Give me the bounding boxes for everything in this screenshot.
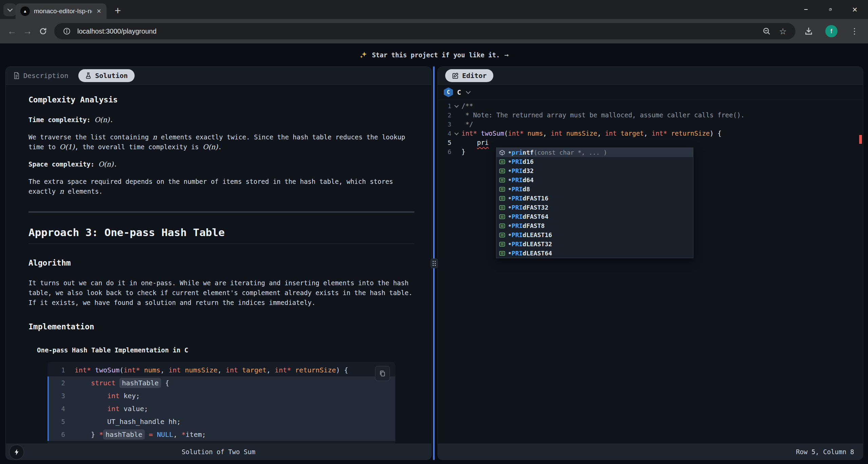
symbol-macro-icon <box>499 232 505 238</box>
suggest-list: •printf(const char *, ... ) •PRId16 •PRI… <box>496 148 693 258</box>
symbol-macro-icon <box>499 223 505 229</box>
forward-button[interactable]: → <box>20 23 35 39</box>
suggest-item[interactable]: •PRIdLEAST64 <box>496 249 693 258</box>
browser-toolbar: ← → localhost:3000/playground ☆ f ⋮ <box>0 19 868 43</box>
tab-editor[interactable]: Editor <box>445 69 493 82</box>
tab-solution-label: Solution <box>95 72 127 80</box>
line-number: 4 <box>47 402 75 415</box>
chevron-down-icon <box>7 6 13 12</box>
tab-editor-label: Editor <box>462 72 487 80</box>
line-number: 3 <box>47 389 75 402</box>
code-line: 2 struct hashTable { <box>47 376 395 389</box>
suggest-item[interactable]: •PRId16 <box>496 157 693 166</box>
code-line: 5 UT_hash_handle hh; <box>47 415 395 428</box>
line-number: 5 <box>438 138 451 147</box>
flask-icon <box>85 72 92 79</box>
suggest-item[interactable]: •PRIdFAST32 <box>496 203 693 212</box>
symbol-macro-icon <box>499 159 505 165</box>
window-close-button[interactable]: × <box>851 6 859 13</box>
fold-chevron-icon[interactable] <box>454 103 459 108</box>
line-number: 2 <box>438 111 451 120</box>
cursor-position-text: Row 5, Column 8 <box>796 448 854 456</box>
suggest-item[interactable]: •PRIdLEAST32 <box>496 239 693 249</box>
suggest-item[interactable]: •PRIdLEAST16 <box>496 230 693 239</box>
extra-space-paragraph: The extra space required depends on the … <box>28 177 414 196</box>
code-line: 7 <box>47 441 395 444</box>
downloads-icon[interactable] <box>803 25 814 37</box>
symbol-macro-icon <box>499 168 505 174</box>
suggest-item[interactable]: •PRIdFAST64 <box>496 212 693 221</box>
approach-heading: Approach 3: One-pass Hash Table <box>28 228 414 244</box>
c-language-icon: C <box>444 88 453 97</box>
editor-line[interactable]: 5 pri <box>438 138 863 147</box>
copy-code-button[interactable] <box>375 366 390 381</box>
language-selector[interactable]: C C <box>438 85 863 100</box>
reload-icon <box>39 27 47 35</box>
close-tab-icon[interactable]: × <box>96 7 102 15</box>
editor-line[interactable]: 1/** <box>438 101 863 111</box>
line-number: 4 <box>438 129 451 138</box>
symbol-macro-icon <box>499 241 505 247</box>
symbol-macro-icon <box>499 250 505 256</box>
minimize-icon <box>804 9 808 10</box>
browser-menu-icon[interactable]: ⋮ <box>848 26 861 36</box>
reload-button[interactable] <box>35 23 51 39</box>
code-line: 4 int value; <box>47 402 395 415</box>
window-minimize-button[interactable] <box>802 6 810 13</box>
code-block-caption: One-pass Hash Table Implementation in C <box>37 345 414 355</box>
space-complexity-paragraph: Space complexity: O(n). <box>28 159 414 169</box>
window-controls: × <box>802 0 868 19</box>
language-label: C <box>457 88 461 96</box>
banner-arrow-icon: → <box>504 51 509 59</box>
suggest-item[interactable]: •PRId64 <box>496 175 693 185</box>
editor-line[interactable]: 4int* twoSum(int* nums, int numsSize, in… <box>438 129 863 138</box>
window-restore-button[interactable] <box>827 6 834 13</box>
window-close-icon: × <box>852 4 857 15</box>
editor-line[interactable]: 2 * Note: The returned array must be mal… <box>438 111 863 120</box>
bookmark-star-icon[interactable]: ☆ <box>777 25 789 37</box>
back-button[interactable]: ← <box>4 23 20 39</box>
symbol-macro-icon <box>499 177 505 183</box>
algorithm-paragraph: It turns out we can do it in one-pass. W… <box>28 278 414 308</box>
algorithm-heading: Algorithm <box>28 258 414 268</box>
playground-page: Star this project if you like it. → Desc… <box>0 43 868 464</box>
bolt-badge <box>9 445 24 460</box>
suggest-item[interactable]: •PRId32 <box>496 166 693 175</box>
monaco-editor[interactable]: 1/**2 * Note: The returned array must be… <box>438 100 863 444</box>
edit-pencil-icon <box>452 72 459 79</box>
profile-avatar[interactable]: f <box>825 25 837 37</box>
tab-description-label: Description <box>23 72 68 80</box>
editor-line[interactable]: 3 */ <box>438 120 863 129</box>
symbol-macro-icon <box>499 214 505 220</box>
tab-title: monaco-editor-lsp-next <box>34 7 92 15</box>
site-info-icon[interactable] <box>61 25 73 37</box>
address-bar[interactable]: localhost:3000/playground ☆ <box>54 23 795 39</box>
divider-grip[interactable] <box>431 258 438 268</box>
line-number: 7 <box>47 441 75 444</box>
solution-article: Complexity Analysis Time complexity: O(n… <box>6 85 431 444</box>
toolbar-right-cluster: f ⋮ <box>803 25 861 37</box>
time-complexity-paragraph: Time complexity: O(n). <box>28 115 414 125</box>
banner-text: Star this project if you like it. <box>372 51 500 59</box>
symbol-macro-icon <box>499 195 505 201</box>
suggest-item[interactable]: •printf(const char *, ... ) <box>496 148 693 157</box>
browser-tab[interactable]: ▲ monaco-editor-lsp-next × <box>16 3 106 19</box>
copy-icon <box>379 370 386 377</box>
suggest-item[interactable]: •PRId8 <box>496 185 693 194</box>
tab-description[interactable]: Description <box>13 72 68 80</box>
complexity-heading: Complexity Analysis <box>28 95 414 105</box>
tab-solution[interactable]: Solution <box>78 69 134 82</box>
line-number: 5 <box>47 415 75 428</box>
tab-search-button[interactable] <box>3 3 16 16</box>
fold-chevron-icon[interactable] <box>454 131 459 135</box>
site-favicon-icon: ▲ <box>20 6 30 16</box>
star-banner[interactable]: Star this project if you like it. → <box>0 43 868 66</box>
implementation-heading: Implementation <box>28 322 414 332</box>
new-tab-button[interactable]: + <box>113 4 123 17</box>
suggest-item[interactable]: •PRIdFAST16 <box>496 194 693 203</box>
editor-panel: Editor C C 1/**2 * Note: The returned ar… <box>437 66 863 460</box>
url-text: localhost:3000/playground <box>77 27 157 35</box>
zoom-indicator-icon[interactable] <box>761 25 772 37</box>
suggest-item[interactable]: •PRIdFAST8 <box>496 221 693 230</box>
section-divider <box>28 211 414 213</box>
